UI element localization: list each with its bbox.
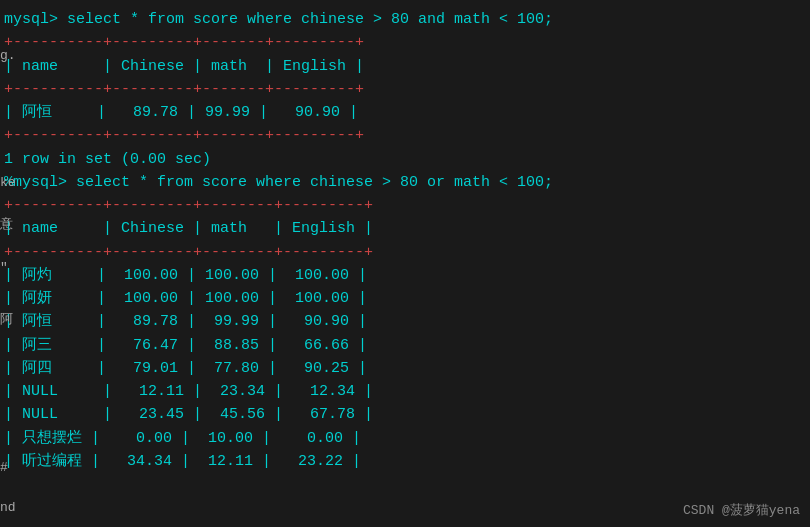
terminal-line-3: +----------+---------+-------+---------+: [0, 78, 810, 101]
terminal-line-11: +----------+---------+--------+---------…: [0, 241, 810, 264]
terminal-content: mysql> select * from score where chinese…: [0, 8, 810, 473]
terminal-line-6: 1 row in set (0.00 sec): [0, 148, 810, 171]
terminal-line-14: | 阿恒 | 89.78 | 99.99 | 90.90 |: [0, 310, 810, 333]
terminal-window: g. ke 意 " 阿 # nd mysql> select * from sc…: [0, 0, 810, 527]
terminal-line-19: | 只想摆烂 | 0.00 | 10.00 | 0.00 |: [0, 427, 810, 450]
terminal-line-8: %mysql> select * from score where chines…: [0, 171, 810, 194]
side-char-1: g.: [0, 48, 16, 63]
terminal-line-5: +----------+---------+-------+---------+: [0, 124, 810, 147]
watermark: CSDN @菠萝猫yena: [683, 501, 800, 519]
side-char-2: ke: [0, 175, 16, 190]
side-char-6: #: [0, 460, 8, 475]
side-char-5: 阿: [0, 310, 13, 328]
terminal-line-17: | NULL | 12.11 | 23.34 | 12.34 |: [0, 380, 810, 403]
side-char-7: nd: [0, 500, 16, 515]
terminal-line-15: | 阿三 | 76.47 | 88.85 | 66.66 |: [0, 334, 810, 357]
terminal-line-10: | name | Chinese | math | English |: [0, 217, 810, 240]
terminal-line-2: | name | Chinese | math | English |: [0, 55, 810, 78]
terminal-line-12: | 阿灼 | 100.00 | 100.00 | 100.00 |: [0, 264, 810, 287]
terminal-line-0: mysql> select * from score where chinese…: [0, 8, 810, 31]
side-char-4: ": [0, 260, 8, 275]
terminal-line-13: | 阿妍 | 100.00 | 100.00 | 100.00 |: [0, 287, 810, 310]
terminal-line-1: +----------+---------+-------+---------+: [0, 31, 810, 54]
terminal-line-4: | 阿恒 | 89.78 | 99.99 | 90.90 |: [0, 101, 810, 124]
terminal-line-18: | NULL | 23.45 | 45.56 | 67.78 |: [0, 403, 810, 426]
side-char-3: 意: [0, 215, 13, 233]
terminal-line-16: | 阿四 | 79.01 | 77.80 | 90.25 |: [0, 357, 810, 380]
terminal-line-9: +----------+---------+--------+---------…: [0, 194, 810, 217]
terminal-line-20: | 听过编程 | 34.34 | 12.11 | 23.22 |: [0, 450, 810, 473]
